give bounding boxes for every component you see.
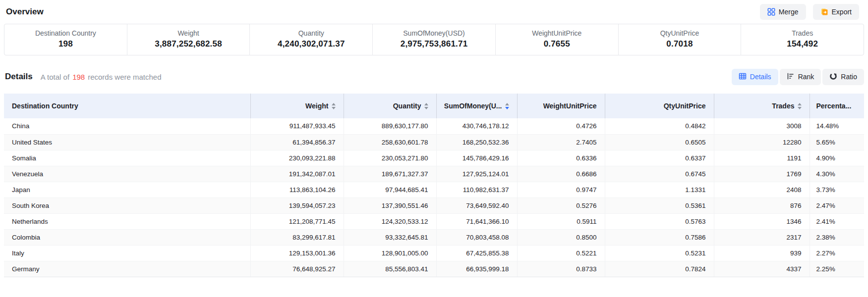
cell-weight: 83,299,617.81	[250, 229, 344, 245]
details-title: Details	[5, 72, 33, 82]
table-row[interactable]: South Korea 139,594,057.23 137,390,551.4…	[4, 198, 864, 213]
stat-weight-unit-price: WeightUnitPrice 0.7655	[496, 24, 619, 55]
cell-destination-country: Germany	[4, 261, 250, 277]
view-switcher: Details Rank Ratio	[732, 69, 864, 85]
stat-sum-of-money: SumOfMoney(USD) 2,975,753,861.71	[373, 24, 496, 55]
cell-destination-country: South Korea	[4, 198, 250, 213]
tab-rank[interactable]: Rank	[780, 69, 821, 85]
cell-qty-unit-price: 0.6505	[605, 134, 714, 150]
cell-weight: 121,208,771.45	[250, 213, 344, 229]
cell-weight-unit-price: 0.5911	[517, 213, 605, 229]
col-header-trades[interactable]: Trades	[714, 94, 810, 118]
stat-weight: Weight 3,887,252,682.58	[127, 24, 250, 55]
table-row[interactable]: Somalia 230,093,221.88 230,053,271.80 14…	[4, 150, 864, 166]
cell-sum-of-money: 67,425,855.38	[436, 245, 517, 261]
tab-details[interactable]: Details	[732, 69, 778, 85]
cell-percentage: 2.47%	[810, 198, 864, 213]
rank-icon	[787, 72, 795, 82]
records-matched-text: A total of198records were matched	[41, 73, 162, 81]
cell-quantity: 230,053,271.80	[344, 150, 436, 166]
col-header-weight[interactable]: Weight	[250, 94, 344, 118]
cell-quantity: 97,944,685.41	[344, 182, 436, 198]
cell-trades: 12280	[714, 134, 810, 150]
cell-qty-unit-price: 0.5361	[605, 198, 714, 213]
merge-button-label: Merge	[779, 8, 799, 16]
stat-label: Weight	[127, 29, 250, 37]
cell-trades: 939	[714, 245, 810, 261]
stat-label: WeightUnitPrice	[496, 29, 618, 37]
merge-icon	[767, 8, 775, 16]
cell-weight: 191,342,087.01	[250, 166, 344, 182]
table-row[interactable]: Italy 129,153,001.36 128,901,005.00 67,4…	[4, 245, 864, 261]
table-row[interactable]: Japan 113,863,104.26 97,944,685.41 110,9…	[4, 182, 864, 198]
cell-destination-country: Venezuela	[4, 166, 250, 182]
tab-details-label: Details	[750, 73, 771, 81]
table-row[interactable]: Colombia 83,299,617.81 93,332,645.81 70,…	[4, 229, 864, 245]
export-button[interactable]: Export	[813, 4, 859, 20]
cell-sum-of-money: 127,925,124.01	[436, 166, 517, 182]
cell-destination-country: Japan	[4, 182, 250, 198]
table-row[interactable]: United States 61,394,856.37 258,630,601.…	[4, 134, 864, 150]
cell-qty-unit-price: 0.5763	[605, 213, 714, 229]
stat-label: QtyUnitPrice	[619, 29, 741, 37]
cell-sum-of-money: 73,649,592.40	[436, 198, 517, 213]
cell-sum-of-money: 430,746,178.12	[436, 118, 517, 134]
cell-qty-unit-price: 0.4842	[605, 118, 714, 134]
col-header-quantity[interactable]: Quantity	[344, 94, 436, 118]
stat-value: 0.7655	[496, 39, 618, 49]
sort-icon-active-desc[interactable]	[505, 103, 509, 109]
merge-button[interactable]: Merge	[760, 4, 806, 20]
summary-prefix: A total of	[41, 73, 69, 81]
sort-icon[interactable]	[798, 103, 802, 109]
ratio-icon	[829, 72, 837, 82]
cell-weight-unit-price: 0.8500	[517, 229, 605, 245]
col-header-percentage: Percenta...	[810, 94, 864, 118]
tab-rank-label: Rank	[798, 73, 814, 81]
cell-percentage: 2.38%	[810, 229, 864, 245]
overview-actions: Merge Export	[760, 4, 859, 20]
details-table: Destination Country Weight Quantity SumO…	[4, 94, 864, 277]
cell-sum-of-money: 145,786,429.16	[436, 150, 517, 166]
cell-weight: 129,153,001.36	[250, 245, 344, 261]
cell-destination-country: Netherlands	[4, 213, 250, 229]
stat-value: 154,492	[741, 39, 864, 49]
col-header-sum-of-money[interactable]: SumOfMoney(U...	[436, 94, 517, 118]
tab-ratio-label: Ratio	[841, 73, 857, 81]
cell-weight-unit-price: 0.5221	[517, 245, 605, 261]
cell-weight-unit-price: 0.5276	[517, 198, 605, 213]
summary-suffix: records were matched	[88, 73, 161, 81]
export-button-label: Export	[832, 8, 852, 16]
tab-ratio[interactable]: Ratio	[822, 69, 864, 85]
stat-label: SumOfMoney(USD)	[373, 29, 495, 37]
cell-weight: 61,394,856.37	[250, 134, 344, 150]
sort-icon[interactable]	[332, 103, 336, 109]
cell-percentage: 2.27%	[810, 245, 864, 261]
cell-quantity: 124,320,533.12	[344, 213, 436, 229]
cell-trades: 2317	[714, 229, 810, 245]
stat-quantity: Quantity 4,240,302,071.37	[250, 24, 373, 55]
cell-quantity: 889,630,177.80	[344, 118, 436, 134]
sort-icon[interactable]	[424, 103, 428, 109]
cell-quantity: 93,332,645.81	[344, 229, 436, 245]
overview-summary-card: Destination Country 198 Weight 3,887,252…	[4, 24, 864, 55]
cell-weight: 230,093,221.88	[250, 150, 344, 166]
stat-value: 2,975,753,861.71	[373, 39, 495, 49]
cell-weight-unit-price: 0.6686	[517, 166, 605, 182]
stat-value: 0.7018	[619, 39, 741, 49]
stat-label: Quantity	[250, 29, 372, 37]
cell-weight: 139,594,057.23	[250, 198, 344, 213]
cell-destination-country: United States	[4, 134, 250, 150]
cell-trades: 1769	[714, 166, 810, 182]
details-icon	[739, 72, 747, 82]
cell-quantity: 189,671,327.37	[344, 166, 436, 182]
table-row[interactable]: Germany 76,648,925.27 85,556,803.41 66,9…	[4, 261, 864, 277]
table-row[interactable]: Netherlands 121,208,771.45 124,320,533.1…	[4, 213, 864, 229]
cell-weight-unit-price: 0.9747	[517, 182, 605, 198]
table-row[interactable]: China 911,487,933.45 889,630,177.80 430,…	[4, 118, 864, 134]
export-icon	[820, 8, 828, 16]
cell-weight-unit-price: 0.6336	[517, 150, 605, 166]
details-bar: Details A total of198records were matche…	[5, 68, 864, 85]
col-header-weight-unit-price: WeightUnitPrice	[517, 94, 605, 118]
cell-trades: 1191	[714, 150, 810, 166]
table-row[interactable]: Venezuela 191,342,087.01 189,671,327.37 …	[4, 166, 864, 182]
